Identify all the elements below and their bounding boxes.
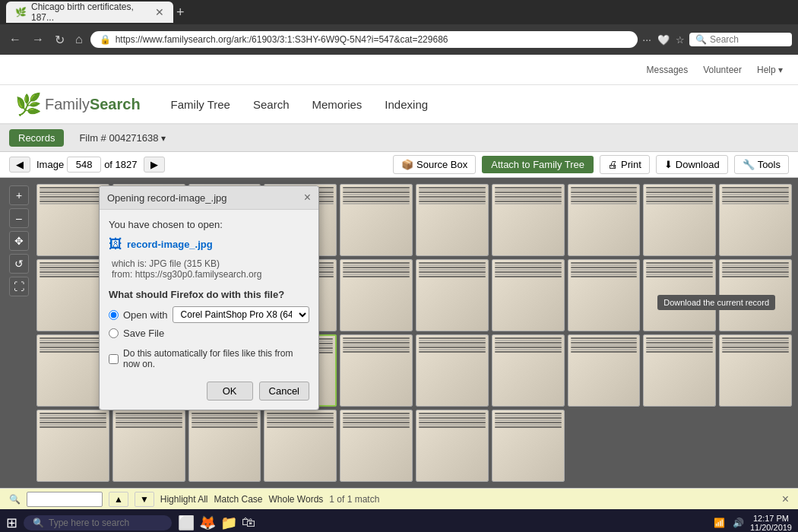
image-nav: ◀ Image 548 of 1827 ▶ bbox=[9, 157, 165, 173]
save-file-label: Save File bbox=[123, 328, 164, 339]
action-question: What should Firefox do with this file? bbox=[109, 289, 309, 300]
thumbnail-item[interactable] bbox=[416, 410, 489, 482]
find-input[interactable] bbox=[27, 492, 103, 507]
thumbnail-item[interactable] bbox=[643, 184, 716, 256]
source-box-btn[interactable]: 📦 Source Box bbox=[393, 155, 476, 174]
find-prev-btn[interactable]: ▲ bbox=[109, 492, 128, 507]
records-btn[interactable]: Records bbox=[9, 129, 64, 147]
dialog-title: Opening record-image_.jpg bbox=[107, 192, 227, 204]
browser-actions: ··· 🤍 ☆ bbox=[642, 33, 685, 46]
image-label: Image bbox=[36, 159, 64, 170]
bookmark-icon[interactable]: 🤍 bbox=[657, 34, 670, 46]
forward-btn[interactable]: → bbox=[29, 30, 47, 49]
home-btn[interactable]: ⌂ bbox=[72, 30, 86, 49]
thumbnail-item[interactable] bbox=[492, 410, 565, 482]
messages-link[interactable]: Messages bbox=[647, 65, 689, 75]
tools-btn[interactable]: 🔧 Tools bbox=[734, 155, 789, 174]
volunteer-link[interactable]: Volunteer bbox=[703, 65, 742, 75]
app-selector[interactable]: Corel PaintShop Pro X8 (64-bit) bbox=[173, 306, 309, 323]
tab-close-btn[interactable]: ✕ bbox=[155, 6, 164, 18]
match-case-label[interactable]: Match Case bbox=[214, 494, 262, 505]
prev-image-btn[interactable]: ◀ bbox=[9, 157, 30, 173]
new-tab-btn[interactable]: + bbox=[176, 5, 185, 21]
next-image-btn[interactable]: ▶ bbox=[144, 157, 165, 173]
taskbar-folder-icon[interactable]: 📁 bbox=[220, 515, 237, 531]
whole-words-label[interactable]: Whole Words bbox=[269, 494, 324, 505]
file-details: which is: JPG file (315 KB) from: https:… bbox=[109, 258, 309, 280]
browser-search-bar[interactable]: 🔍 bbox=[689, 33, 792, 46]
file-from: from: https://sg30p0.familysearch.org bbox=[112, 269, 309, 280]
start-btn[interactable]: ⊞ bbox=[6, 515, 17, 531]
taskbar-browser-icon[interactable]: 🦊 bbox=[199, 515, 216, 531]
cancel-btn[interactable]: Cancel bbox=[259, 382, 309, 401]
rotate-btn[interactable]: ↺ bbox=[9, 254, 29, 274]
search-nav[interactable]: Search bbox=[253, 98, 290, 111]
find-close-btn[interactable]: × bbox=[782, 492, 789, 506]
indexing-nav[interactable]: Indexing bbox=[385, 98, 428, 111]
volume-icon: 🔊 bbox=[733, 518, 744, 528]
thumbnail-item[interactable] bbox=[36, 410, 109, 482]
taskbar-cortana-icon[interactable]: ⬜ bbox=[178, 515, 195, 531]
thumbnail-item[interactable] bbox=[340, 259, 413, 331]
thumbnail-item[interactable] bbox=[340, 334, 413, 407]
refresh-btn[interactable]: ↻ bbox=[52, 30, 68, 50]
auto-checkbox-row: Do this automatically for files like thi… bbox=[109, 348, 309, 369]
taskbar-search[interactable]: 🔍 bbox=[24, 515, 172, 530]
thumbnail-item[interactable] bbox=[416, 259, 489, 331]
thumbnail-item[interactable] bbox=[416, 334, 489, 407]
of-label: of 1827 bbox=[104, 159, 137, 170]
taskbar-search-input[interactable] bbox=[49, 518, 163, 528]
taskbar-icons: ⬜ 🦊 📁 🛍 bbox=[178, 515, 255, 531]
ok-btn[interactable]: OK bbox=[207, 382, 253, 401]
memories-nav[interactable]: Memories bbox=[312, 98, 363, 111]
taskbar: ⊞ 🔍 ⬜ 🦊 📁 🛍 📶 🔊 12:17 PM 11/20/2019 bbox=[0, 509, 798, 532]
star-icon[interactable]: ☆ bbox=[676, 34, 685, 46]
top-nav: Messages Volunteer Help ▾ bbox=[0, 55, 798, 85]
help-link[interactable]: Help ▾ bbox=[757, 65, 783, 75]
image-toolbar: ◀ Image 548 of 1827 ▶ 📦 Source Box Attac… bbox=[0, 152, 798, 178]
thumbnail-item[interactable] bbox=[340, 184, 413, 256]
pan-btn[interactable]: ✥ bbox=[9, 231, 29, 251]
thumbnail-item[interactable] bbox=[340, 410, 413, 482]
thumbnail-item[interactable] bbox=[719, 334, 792, 407]
zoom-out-btn[interactable]: – bbox=[9, 208, 29, 228]
thumbnail-item[interactable] bbox=[568, 259, 641, 331]
back-btn[interactable]: ← bbox=[6, 30, 24, 49]
thumbnail-item[interactable] bbox=[643, 334, 716, 407]
save-file-radio[interactable] bbox=[109, 328, 119, 338]
find-next-btn[interactable]: ▼ bbox=[135, 492, 154, 507]
film-dropdown-arrow[interactable]: ▾ bbox=[161, 133, 166, 144]
image-number-input[interactable]: 548 bbox=[67, 157, 101, 173]
left-toolbar: + – ✥ ↺ ⛶ bbox=[9, 185, 29, 296]
thumbnail-item[interactable] bbox=[568, 184, 641, 256]
browser-search-input[interactable] bbox=[710, 34, 786, 45]
print-btn[interactable]: 🖨 Print bbox=[600, 155, 650, 174]
thumbnail-item[interactable] bbox=[112, 410, 185, 482]
family-tree-nav[interactable]: Family Tree bbox=[171, 98, 230, 111]
fit-btn[interactable]: ⛶ bbox=[9, 277, 29, 296]
attach-to-family-tree-btn[interactable]: Attach to Family Tree bbox=[482, 156, 594, 173]
address-bar[interactable]: 🔒 https://www.familysearch.org/ark:/6190… bbox=[90, 31, 638, 48]
auto-checkbox[interactable] bbox=[109, 354, 119, 364]
highlight-all-label[interactable]: Highlight All bbox=[160, 494, 208, 505]
url-text: https://www.familysearch.org/ark:/61903/… bbox=[116, 34, 629, 45]
thumbnail-item[interactable] bbox=[416, 184, 489, 256]
thumbnail-item[interactable] bbox=[188, 410, 261, 482]
dialog-buttons: OK Cancel bbox=[109, 382, 309, 401]
auto-label: Do this automatically for files like thi… bbox=[123, 348, 309, 369]
open-with-radio[interactable] bbox=[109, 310, 119, 320]
thumbnail-item[interactable] bbox=[492, 334, 565, 407]
download-btn[interactable]: ⬇ Download bbox=[656, 155, 728, 174]
dialog-close-btn[interactable]: × bbox=[304, 191, 311, 204]
thumbnail-item[interactable] bbox=[492, 259, 565, 331]
active-tab[interactable]: 🌿 Chicago birth certificates, 187... ✕ bbox=[6, 2, 173, 23]
thumbnail-item[interactable] bbox=[568, 334, 641, 407]
thumbnail-item[interactable] bbox=[492, 184, 565, 256]
more-options-icon[interactable]: ··· bbox=[642, 33, 651, 46]
tab-favicon: 🌿 bbox=[15, 7, 27, 17]
thumbnail-item[interactable] bbox=[264, 410, 337, 482]
taskbar-store-icon[interactable]: 🛍 bbox=[242, 515, 255, 531]
zoom-in-btn[interactable]: + bbox=[9, 185, 29, 205]
thumbnail-item[interactable] bbox=[719, 184, 792, 256]
tab-bar: 🌿 Chicago birth certificates, 187... ✕ + bbox=[0, 0, 798, 24]
